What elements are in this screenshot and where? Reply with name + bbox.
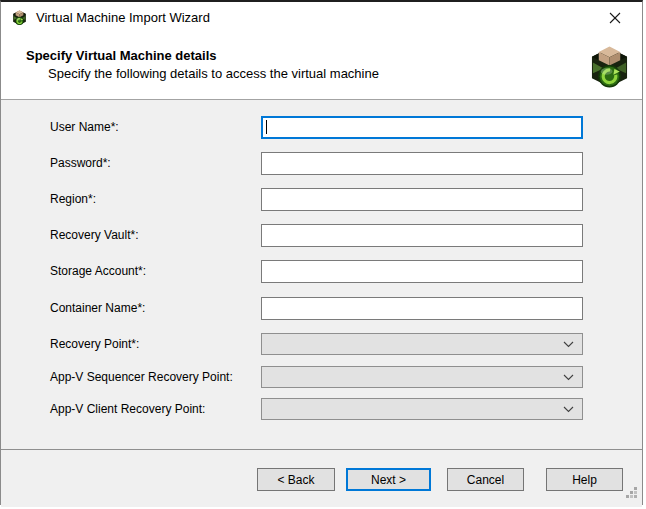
recovery-point-dropdown[interactable] bbox=[261, 333, 583, 355]
user-name-input[interactable] bbox=[261, 116, 583, 139]
wizard-header: Specify Virtual Machine details Specify … bbox=[1, 32, 642, 100]
form-area: User Name*: Password*: Region*: Recovery… bbox=[1, 100, 642, 449]
storage-account-input[interactable] bbox=[261, 260, 583, 283]
recovery-vault-input[interactable] bbox=[261, 224, 583, 247]
help-button[interactable]: Help bbox=[546, 468, 623, 491]
chevron-down-icon bbox=[563, 341, 574, 348]
region-label: Region*: bbox=[50, 192, 96, 206]
package-recovery-icon bbox=[590, 42, 629, 91]
password-label: Password*: bbox=[50, 156, 111, 170]
cancel-button[interactable]: Cancel bbox=[447, 468, 524, 491]
container-name-input[interactable] bbox=[261, 297, 583, 320]
chevron-down-icon bbox=[563, 374, 574, 381]
title-bar[interactable]: Virtual Machine Import Wizard bbox=[1, 2, 642, 32]
user-name-label: User Name*: bbox=[50, 120, 119, 134]
package-icon bbox=[11, 9, 28, 26]
chevron-down-icon bbox=[563, 406, 574, 413]
close-icon[interactable] bbox=[606, 9, 624, 27]
password-input[interactable] bbox=[261, 152, 583, 175]
storage-account-label: Storage Account*: bbox=[50, 264, 146, 278]
appv-client-recovery-point-dropdown[interactable] bbox=[261, 398, 583, 420]
back-button[interactable]: < Back bbox=[257, 468, 335, 491]
recovery-point-label: Recovery Point*: bbox=[50, 337, 139, 351]
appv-sequencer-recovery-point-label: App-V Sequencer Recovery Point: bbox=[50, 370, 233, 384]
window-title: Virtual Machine Import Wizard bbox=[36, 10, 210, 25]
page-title: Specify Virtual Machine details bbox=[26, 48, 217, 63]
next-button[interactable]: Next > bbox=[346, 468, 431, 491]
appv-client-recovery-point-label: App-V Client Recovery Point: bbox=[50, 402, 205, 416]
resize-grip-icon[interactable] bbox=[624, 485, 639, 500]
button-bar: < Back Next > Cancel Help bbox=[1, 449, 642, 507]
container-name-label: Container Name*: bbox=[50, 301, 145, 315]
wizard-window: Virtual Machine Import Wizard Specify Vi… bbox=[0, 0, 643, 505]
page-subtitle: Specify the following details to access … bbox=[48, 66, 379, 81]
appv-sequencer-recovery-point-dropdown[interactable] bbox=[261, 366, 583, 388]
text-caret bbox=[266, 120, 267, 134]
region-input[interactable] bbox=[261, 188, 583, 211]
recovery-vault-label: Recovery Vault*: bbox=[50, 228, 138, 242]
